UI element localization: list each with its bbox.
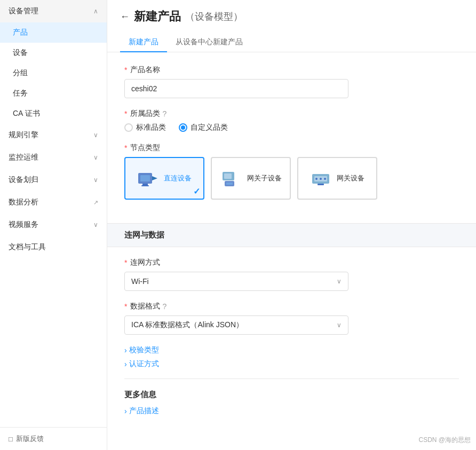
node-type-group: 节点类型 直连设备 [124,143,459,200]
direct-device-icon [137,169,158,188]
sidebar-footer-feedback[interactable]: □ 新版反馈 [0,427,107,450]
product-name-label: 产品名称 [124,65,459,75]
gateway-icon [310,169,331,188]
connectivity-section: 连网方式 Wi-Fi ∨ 数据格式 ? ICA 标准数据格式（Alink JSO… [107,247,476,378]
verify-chevron-icon: › [124,346,127,354]
node-card-gateway[interactable]: 网关设备 [297,157,377,200]
node-type-cards: 直连设备 网关子设备 [124,157,459,200]
page-title: 新建产品 [134,9,181,25]
svg-marker-2 [152,176,157,180]
desc-chevron-icon: › [124,407,127,415]
direct-device-label: 直连设备 [164,173,192,183]
data-format-help-icon[interactable]: ? [162,302,166,311]
page-header: ← 新建产品 （设备模型） 新建产品 从设备中心新建产品 [107,0,476,52]
page-title-row: ← 新建产品 （设备模型） [120,9,463,25]
connect-method-group: 连网方式 Wi-Fi ∨ [124,258,459,291]
tab-from-center[interactable]: 从设备中心新建产品 [167,33,251,52]
sidebar: 设备管理 ∧ 产品 设备 分组 任务 CA 证书 规则引擎 ∨ 监控运维 ∨ 设… [0,0,107,450]
radio-circle-standard [124,123,133,132]
sidebar-section-monitor[interactable]: 监控运维 ∨ [0,146,107,169]
sidebar-item-ca[interactable]: CA 证书 [0,104,107,124]
more-info-title: 更多信息 [124,390,459,400]
main-content: ← 新建产品 （设备模型） 新建产品 从设备中心新建产品 产品名称 [107,0,476,450]
svg-rect-8 [226,183,233,185]
radio-custom-category[interactable]: 自定义品类 [179,123,228,132]
sidebar-section-data-label: 数据分析 [9,198,38,207]
data-format-label: 数据格式 ? [124,302,459,311]
verify-type-toggle[interactable]: › 校验类型 [124,345,459,355]
more-info-section: 更多信息 › 产品描述 [107,379,476,431]
gateway-label: 网关设备 [337,173,364,183]
svg-point-12 [320,178,322,180]
category-label: 所属品类 ? [124,109,459,119]
data-format-group: 数据格式 ? ICA 标准数据格式（Alink JSON） ∨ [124,302,459,335]
product-name-input[interactable] [124,79,348,98]
category-radio-group: 标准品类 自定义品类 [124,123,459,132]
svg-point-11 [315,178,318,180]
gateway-sub-label: 网关子设备 [247,173,282,183]
svg-rect-14 [318,184,324,185]
sidebar-section-allocation-label: 设备划归 [9,175,38,185]
category-group: 所属品类 ? 标准品类 自定义品类 [124,109,459,132]
sidebar-section-video[interactable]: 视频服务 ∨ [0,214,107,236]
back-button[interactable]: ← [120,11,130,22]
node-card-direct[interactable]: 直连设备 [124,157,204,200]
radio-circle-custom [179,123,187,132]
data-format-select[interactable]: ICA 标准数据格式（Alink JSON） ∨ [124,315,348,335]
svg-rect-4 [141,185,149,186]
page-subtitle: （设备模型） [185,10,243,23]
auth-method-toggle[interactable]: › 认证方式 [124,359,459,369]
sidebar-section-device-management[interactable]: 设备管理 ∧ [0,0,107,22]
external-link-icon: ↗ [93,199,98,206]
radio-standard-category[interactable]: 标准品类 [124,123,166,132]
connect-method-label: 连网方式 [124,258,459,267]
monitor-chevron-icon: ∨ [93,154,98,161]
rules-chevron-icon: ∨ [93,131,98,139]
sidebar-section-rules-label: 规则引擎 [9,130,38,140]
tab-bar: 新建产品 从设备中心新建产品 [120,33,463,52]
connectivity-section-header: 连网与数据 [107,223,476,247]
data-format-chevron: ∨ [337,321,342,329]
sidebar-item-docs[interactable]: 文档与工具 [0,236,107,258]
feedback-label: 新版反馈 [16,434,44,444]
watermark: CSDN @海的思想 [418,436,471,445]
auth-chevron-icon: › [124,360,127,368]
sidebar-item-product[interactable]: 产品 [0,22,107,43]
allocation-chevron-icon: ∨ [93,176,98,184]
sidebar-item-task[interactable]: 任务 [0,83,107,104]
product-name-group: 产品名称 [124,65,459,98]
product-name-section: 产品名称 所属品类 ? 标准品类 自定义品类 [107,52,476,223]
sidebar-section-label: 设备管理 [9,6,38,16]
product-desc-toggle[interactable]: › 产品描述 [124,406,459,416]
docs-label: 文档与工具 [9,242,46,252]
sidebar-section-monitor-label: 监控运维 [9,153,38,162]
svg-rect-1 [140,175,150,181]
connect-method-select[interactable]: Wi-Fi ∨ [124,272,348,291]
sidebar-section-video-label: 视频服务 [9,220,38,230]
node-card-gateway-sub[interactable]: 网关子设备 [211,157,291,200]
sidebar-item-group[interactable]: 分组 [0,63,107,83]
tab-new-product[interactable]: 新建产品 [120,33,167,52]
video-chevron-icon: ∨ [93,221,98,228]
feedback-icon: □ [9,435,13,443]
gateway-sub-icon [220,169,242,188]
sidebar-item-device[interactable]: 设备 [0,43,107,63]
sidebar-section-allocation[interactable]: 设备划归 ∨ [0,169,107,191]
sidebar-section-rules[interactable]: 规则引擎 ∨ [0,124,107,146]
node-type-label: 节点类型 [124,143,459,153]
svg-point-13 [324,178,326,180]
svg-rect-3 [142,184,148,185]
category-help-icon[interactable]: ? [162,109,166,118]
chevron-up-icon: ∧ [93,7,98,15]
sidebar-section-data-analysis[interactable]: 数据分析 ↗ [0,191,107,214]
svg-rect-6 [224,173,232,179]
connect-method-chevron: ∨ [337,278,342,285]
